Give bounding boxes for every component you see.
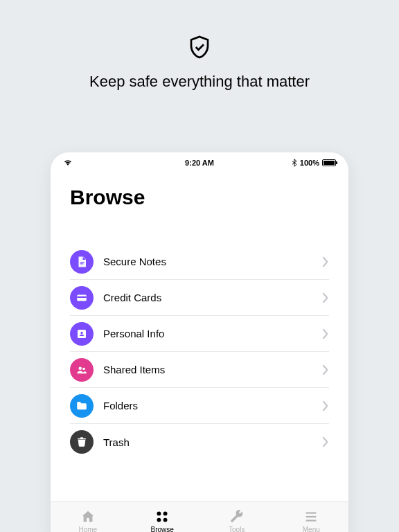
- row-trash[interactable]: Trash: [70, 424, 329, 460]
- note-icon: [70, 250, 94, 274]
- chevron-right-icon: [322, 400, 329, 411]
- row-label: Credit Cards: [103, 292, 322, 303]
- wifi-icon: [63, 159, 73, 166]
- tab-label: Home: [78, 526, 97, 532]
- shield-check-icon: [187, 35, 212, 60]
- card-icon: [70, 286, 94, 310]
- row-label: Secure Notes: [103, 256, 322, 267]
- chevron-right-icon: [322, 292, 329, 303]
- menu-icon: [303, 509, 319, 524]
- row-label: Trash: [103, 436, 322, 448]
- svg-rect-1: [80, 263, 84, 264]
- trash-icon: [70, 430, 94, 454]
- bluetooth-icon: [292, 159, 297, 167]
- device-frame: 9:20 AM 100% Browse Secure Notes Credit …: [51, 152, 348, 532]
- svg-point-12: [157, 518, 161, 522]
- people-icon: [70, 358, 94, 382]
- tab-label: Browse: [151, 526, 174, 532]
- svg-point-5: [80, 331, 82, 333]
- hero-text: Keep safe everything that matter: [89, 72, 310, 91]
- wrench-icon: [229, 509, 245, 524]
- tab-browse[interactable]: Browse: [125, 502, 200, 532]
- svg-rect-3: [77, 296, 87, 297]
- svg-rect-9: [80, 437, 83, 438]
- svg-point-13: [163, 518, 168, 522]
- tab-bar: Home Browse Tools Menu: [51, 502, 348, 532]
- svg-rect-0: [80, 262, 85, 263]
- row-shared-items[interactable]: Shared Items: [70, 352, 329, 388]
- row-label: Shared Items: [103, 364, 322, 375]
- grid-icon: [154, 509, 170, 524]
- screen-title: Browse: [51, 169, 348, 216]
- person-icon: [70, 322, 94, 346]
- home-icon: [80, 509, 96, 524]
- tab-label: Tools: [229, 526, 245, 532]
- status-bar: 9:20 AM 100%: [51, 152, 348, 169]
- row-folders[interactable]: Folders: [70, 388, 329, 424]
- row-credit-cards[interactable]: Credit Cards: [70, 280, 329, 316]
- folder-icon: [70, 394, 94, 418]
- row-label: Folders: [103, 400, 322, 411]
- battery-icon: [322, 159, 336, 166]
- row-secure-notes[interactable]: Secure Notes: [70, 244, 329, 280]
- svg-point-10: [157, 511, 161, 515]
- tab-home[interactable]: Home: [51, 502, 125, 532]
- chevron-right-icon: [322, 436, 329, 447]
- tab-label: Menu: [303, 526, 320, 532]
- chevron-right-icon: [322, 364, 329, 375]
- row-label: Personal Info: [103, 328, 322, 339]
- row-personal-info[interactable]: Personal Info: [70, 316, 329, 352]
- tab-tools[interactable]: Tools: [200, 502, 274, 532]
- svg-point-11: [163, 511, 168, 515]
- battery-percent: 100%: [300, 159, 319, 167]
- tab-menu[interactable]: Menu: [274, 502, 349, 532]
- chevron-right-icon: [322, 256, 329, 267]
- category-list: Secure Notes Credit Cards Personal Info …: [51, 244, 348, 460]
- chevron-right-icon: [322, 328, 329, 339]
- svg-point-7: [82, 367, 85, 370]
- svg-point-6: [79, 366, 82, 370]
